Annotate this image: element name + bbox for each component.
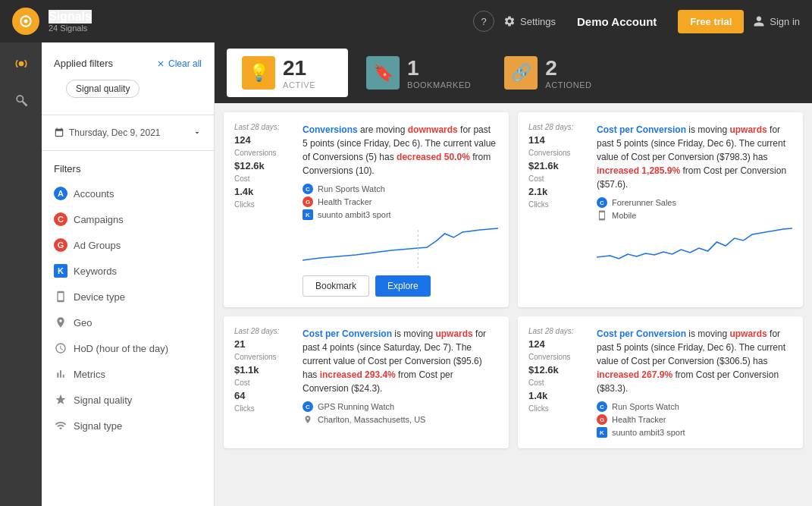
- date-picker[interactable]: Thursday, Dec 9, 2021: [42, 121, 214, 144]
- filter-campaigns-icon: C: [54, 212, 67, 226]
- tag-3: K suunto ambit3 sport: [303, 209, 498, 220]
- filter-signal-type[interactable]: Signal type: [42, 413, 214, 438]
- date-label: Thursday, Dec 9, 2021: [54, 127, 161, 138]
- filter-signal-quality[interactable]: Signal quality: [42, 387, 214, 413]
- tag-gps: C GPS Running Watch: [303, 401, 498, 412]
- tag-2: G Health Tracker: [303, 196, 498, 207]
- filter-accounts-icon: A: [54, 187, 67, 200]
- filter-metrics[interactable]: Metrics: [42, 361, 214, 387]
- signal-card-4: Last 28 days: 124 Conversions $12.6k Cos…: [518, 316, 803, 448]
- sidebar-telescope-icon[interactable]: [9, 88, 33, 112]
- tab-active[interactable]: 💡 21 Active: [227, 49, 348, 97]
- tag-k-suunto: K suunto ambit3 sport: [597, 427, 792, 438]
- actioned-tab-icon: 🔗: [504, 56, 538, 90]
- card1-chart: [303, 226, 498, 268]
- sidebar-signals-icon[interactable]: [9, 52, 33, 76]
- sidebar: [0, 42, 42, 506]
- help-button[interactable]: ?: [473, 11, 494, 32]
- tag-1: C Run Sports Watch: [303, 184, 498, 194]
- tab-bookmarked[interactable]: 🔖 1 Bookmarked: [351, 49, 486, 97]
- filters-heading: Filters: [42, 157, 214, 181]
- filter-signal-quality-icon: [54, 393, 67, 407]
- app-logo: [12, 8, 39, 35]
- active-tab-icon: 💡: [242, 56, 275, 90]
- filter-geo-icon: [54, 316, 67, 329]
- explore-button-1[interactable]: Explore: [375, 275, 431, 297]
- svg-point-3: [17, 96, 23, 102]
- card4-metric-link[interactable]: Cost per Conversion: [597, 328, 686, 339]
- signal-quality-filter-btn[interactable]: Signal quality: [66, 80, 140, 98]
- filter-metrics-icon: [54, 367, 67, 381]
- filter-hod[interactable]: HoD (hour of the day): [42, 335, 214, 361]
- tab-actioned[interactable]: 🔗 2 Actioned: [489, 49, 610, 97]
- main-layout: Applied filters Clear all Signal quality…: [0, 42, 812, 506]
- tag-c-forerunner: C Forerunner Sales: [597, 197, 792, 208]
- svg-point-2: [18, 61, 24, 67]
- filter-keywords-icon: K: [54, 264, 67, 278]
- demo-account-label: Demo Account: [565, 15, 669, 28]
- main-content: 💡 21 Active 🔖 1 Bookmarked 🔗 2 Actioned: [215, 42, 812, 506]
- signal-card-3: Last 28 days: 21 Conversions $1.1k Cost …: [224, 316, 509, 448]
- bookmarked-tab-icon: 🔖: [366, 56, 400, 90]
- left-panel: Applied filters Clear all Signal quality…: [42, 42, 215, 506]
- filter-signal-type-icon: [54, 419, 67, 432]
- clear-all-button[interactable]: Clear all: [156, 58, 202, 69]
- signal-card-1: Last 28 days: 124 Conversions $12.6k Cos…: [224, 112, 509, 307]
- filter-accounts[interactable]: A Accounts: [42, 181, 214, 206]
- filter-campaigns[interactable]: C Campaigns: [42, 206, 214, 232]
- tag-mobile: Mobile: [597, 210, 792, 221]
- filter-geo[interactable]: Geo: [42, 310, 214, 335]
- filter-device-type[interactable]: Device type: [42, 284, 214, 310]
- svg-point-1: [24, 20, 28, 24]
- filter-device-icon: [54, 290, 67, 303]
- applied-filters-row: Applied filters Clear all: [42, 52, 214, 75]
- svg-line-4: [22, 102, 27, 106]
- applied-filters-title: Applied filters: [54, 58, 113, 69]
- app-title: Signals 24 Signals: [49, 10, 92, 33]
- tag-charlton: Charlton, Massachusetts, US: [303, 414, 498, 425]
- top-nav: Signals 24 Signals ? Settings Demo Accou…: [0, 0, 812, 42]
- filter-hod-icon: [54, 341, 67, 355]
- filter-ad-groups[interactable]: G Ad Groups: [42, 232, 214, 258]
- settings-button[interactable]: Settings: [503, 15, 556, 27]
- filter-adgroups-icon: G: [54, 238, 67, 252]
- card2-chart: [597, 227, 792, 269]
- signin-button[interactable]: Sign in: [753, 15, 800, 27]
- status-tabs: 💡 21 Active 🔖 1 Bookmarked 🔗 2 Actioned: [215, 42, 812, 103]
- signal-card-2: Last 28 days: 114 Conversions $21.6k Cos…: [518, 112, 803, 307]
- card3-metric-link[interactable]: Cost per Conversion: [303, 328, 392, 339]
- bookmark-button-1[interactable]: Bookmark: [303, 275, 369, 297]
- card2-metric-link[interactable]: Cost per Conversion: [597, 124, 686, 135]
- tag-g-health: G Health Tracker: [597, 414, 792, 425]
- filter-keywords[interactable]: K Keywords: [42, 258, 214, 284]
- card1-metric-link[interactable]: Conversions: [303, 124, 358, 135]
- tag-c-run: C Run Sports Watch: [597, 401, 792, 412]
- cards-grid: Last 28 days: 124 Conversions $12.6k Cos…: [215, 103, 812, 457]
- free-trial-button[interactable]: Free trial: [678, 10, 744, 33]
